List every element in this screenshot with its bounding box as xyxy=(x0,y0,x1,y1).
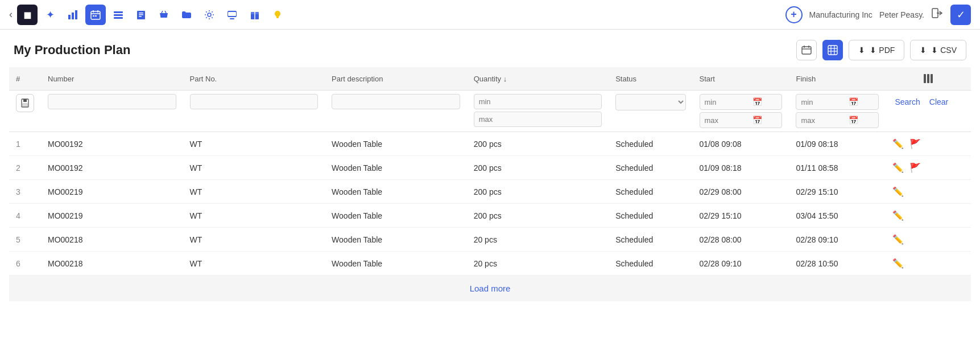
svg-rect-0 xyxy=(68,15,71,19)
filter-number-cell xyxy=(41,91,183,132)
pdf-button[interactable]: ⬇ ⬇ PDF xyxy=(849,40,904,60)
col-header-part-no: Part No. xyxy=(183,67,325,91)
csv-button[interactable]: ⬇ ⬇ CSV xyxy=(910,40,966,60)
back-button[interactable]: ‹ xyxy=(9,9,13,20)
edit-icon[interactable]: ✏️ xyxy=(892,258,904,269)
add-button[interactable]: + xyxy=(785,6,803,23)
row-part-no: WT xyxy=(183,180,325,204)
production-table-wrap: # Number Part No. Part description Quant… xyxy=(0,67,980,301)
svg-rect-41 xyxy=(22,104,28,106)
folder-nav-icon[interactable] xyxy=(176,5,197,25)
clear-button[interactable]: Clear xyxy=(927,95,950,109)
gear-nav-icon[interactable] xyxy=(199,5,220,25)
svg-rect-7 xyxy=(93,15,94,17)
filter-part-no-cell xyxy=(183,91,325,132)
row-start: 02/29 08:00 xyxy=(693,180,789,204)
svg-rect-11 xyxy=(114,17,123,19)
flag-icon[interactable]: 🚩 xyxy=(909,138,921,149)
svg-rect-13 xyxy=(139,14,143,15)
row-actions: ✏️ xyxy=(886,228,971,251)
row-start: 02/28 08:00 xyxy=(693,228,789,252)
basket-nav-icon[interactable] xyxy=(154,5,174,25)
row-num: 6 xyxy=(9,252,41,276)
filter-finish-max-input[interactable] xyxy=(801,116,846,125)
search-button[interactable]: Search xyxy=(892,95,922,109)
row-actions: ✏️ 🚩 xyxy=(886,132,971,155)
row-part-desc: Wooden Table xyxy=(325,252,467,276)
gift-nav-icon[interactable] xyxy=(245,5,265,25)
page-title: My Production Plan xyxy=(14,43,130,58)
row-status: Scheduled xyxy=(609,252,692,276)
logout-icon[interactable] xyxy=(931,7,944,22)
filter-finish-min-input[interactable] xyxy=(801,98,846,106)
svg-rect-37 xyxy=(927,74,929,83)
sort-icon: ↓ xyxy=(503,75,507,83)
row-finish: 02/28 09:10 xyxy=(789,228,886,252)
filter-save-cell xyxy=(9,91,41,132)
edit-icon[interactable]: ✏️ xyxy=(892,186,904,197)
row-start: 02/29 15:10 xyxy=(693,204,789,228)
row-status: Scheduled xyxy=(609,156,692,180)
svg-point-16 xyxy=(165,18,166,19)
filter-qty-max-input[interactable] xyxy=(474,112,602,127)
filter-status-cell: Scheduled xyxy=(609,91,692,132)
edit-icon[interactable]: ✏️ xyxy=(892,234,904,245)
row-number: MO00218 xyxy=(41,228,183,252)
row-part-no: WT xyxy=(183,228,325,252)
filter-number-input[interactable] xyxy=(48,94,176,109)
filter-part-desc-cell xyxy=(325,91,467,132)
row-part-no: WT xyxy=(183,252,325,276)
load-more-button[interactable]: Load more xyxy=(470,284,511,293)
book-nav-icon[interactable] xyxy=(131,5,151,25)
production-table: # Number Part No. Part description Quant… xyxy=(9,67,971,301)
row-num: 1 xyxy=(9,132,41,156)
calendar-nav-icon[interactable] xyxy=(85,5,106,25)
col-header-mo-number: Number xyxy=(41,67,183,91)
edit-icon[interactable]: ✏️ xyxy=(892,138,904,149)
svg-rect-8 xyxy=(95,15,97,17)
col-header-actions xyxy=(886,67,971,91)
svg-rect-31 xyxy=(828,46,837,55)
row-finish: 01/09 08:18 xyxy=(789,132,886,156)
logo-icon[interactable]: ◼ xyxy=(17,5,38,25)
confirm-button[interactable]: ✓ xyxy=(950,5,971,25)
save-filter-button[interactable] xyxy=(16,94,34,112)
company-name: Manufacturing Inc xyxy=(809,10,873,19)
calendar-finish-min-icon: 📅 xyxy=(849,97,858,106)
calendar-finish-max-icon: 📅 xyxy=(849,116,858,125)
nav-right: + Manufacturing Inc Peter Peasy. ✓ xyxy=(785,5,971,25)
load-more-cell: Load more xyxy=(9,276,971,302)
edit-icon[interactable]: ✏️ xyxy=(892,210,904,221)
row-actions: ✏️ xyxy=(886,252,971,275)
calendar-view-button[interactable] xyxy=(796,40,817,60)
table-row: 1 MO00192 WT Wooden Table 200 pcs Schedu… xyxy=(9,132,971,156)
filter-part-no-input[interactable] xyxy=(190,94,319,109)
filter-qty-min-input[interactable] xyxy=(474,94,602,109)
col-header-finish: Finish xyxy=(789,67,886,91)
svg-rect-19 xyxy=(230,18,234,19)
row-finish: 03/04 15:50 xyxy=(789,204,886,228)
row-start: 02/28 09:10 xyxy=(693,252,789,276)
row-num: 2 xyxy=(9,156,41,180)
flag-icon[interactable]: 🚩 xyxy=(909,162,921,173)
row-status: Scheduled xyxy=(609,228,692,252)
filter-start-min-input[interactable] xyxy=(705,98,750,106)
filter-status-select[interactable]: Scheduled xyxy=(615,94,685,110)
row-number: MO00219 xyxy=(41,204,183,228)
filter-start-max-input[interactable] xyxy=(705,116,750,125)
table-view-button[interactable] xyxy=(822,40,843,60)
row-part-no: WT xyxy=(183,204,325,228)
filter-part-desc-input[interactable] xyxy=(332,94,460,109)
chart-icon[interactable] xyxy=(63,5,83,25)
edit-icon[interactable]: ✏️ xyxy=(892,162,904,173)
col-header-quantity[interactable]: Quantity ↓ xyxy=(467,67,609,91)
list-nav-icon[interactable] xyxy=(108,5,129,25)
bulb-nav-icon[interactable] xyxy=(267,5,288,25)
row-qty: 200 pcs xyxy=(467,156,609,180)
col-header-part-desc: Part description xyxy=(325,67,467,91)
monitor-nav-icon[interactable] xyxy=(222,5,242,25)
row-qty: 20 pcs xyxy=(467,252,609,276)
download-pdf-icon: ⬇ xyxy=(858,46,865,55)
svg-rect-14 xyxy=(139,16,142,17)
sun-icon[interactable]: ✦ xyxy=(40,5,60,25)
